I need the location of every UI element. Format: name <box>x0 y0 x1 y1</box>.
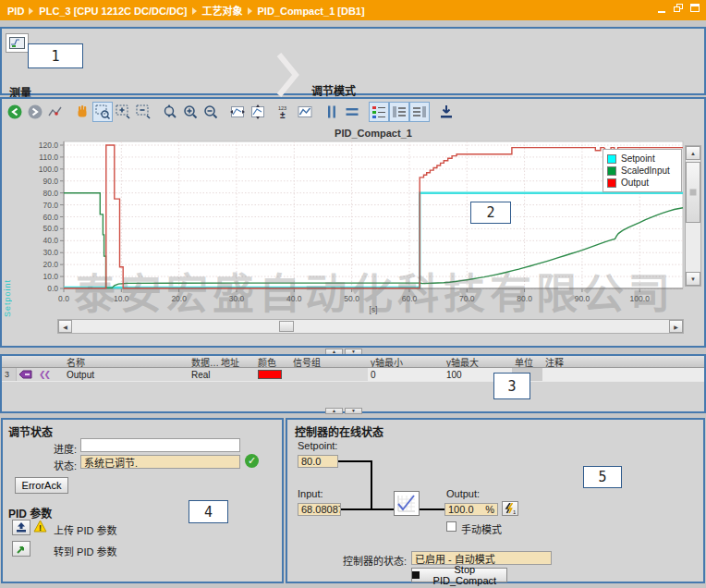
svg-text:120.0: 120.0 <box>39 141 59 150</box>
svg-text:10.0: 10.0 <box>114 294 129 303</box>
setpoint-label: Setpoint: <box>298 440 337 451</box>
svg-text:70.0: 70.0 <box>43 201 58 210</box>
setpoint-value-field: 80.0 <box>298 455 338 468</box>
status-label: 状态: <box>21 458 77 472</box>
legend-right-icon[interactable] <box>409 102 430 122</box>
signal-table-section: 名称数据…地址颜色信号组y轴最小y轴最大单位注释 1❮❮SetpointReal… <box>0 354 706 413</box>
minimize-icon[interactable] <box>657 4 667 14</box>
trace-panel-button[interactable] <box>6 33 29 53</box>
fit-width-icon[interactable] <box>227 102 248 122</box>
column-header-1[interactable]: 数据… <box>189 356 218 367</box>
title-bar: PIDPLC_3 [CPU 1212C DC/DC/DC]工艺对象PID_Com… <box>0 0 706 20</box>
tuning-status-panel: 调节状态 进度: 状态: 系统已调节. ✓ ErrorAck PID 参数 ! … <box>1 418 284 583</box>
table-header: 名称数据…地址颜色信号组y轴最小y轴最大单位注释 <box>2 356 704 368</box>
column-header-3[interactable]: 颜色 <box>255 356 290 367</box>
manual-mode-label: 手动模式 <box>461 521 502 536</box>
legend-icon[interactable] <box>369 102 389 122</box>
horizontal-scroll-thumb[interactable] <box>279 321 294 332</box>
measure-cursor-icon[interactable] <box>45 102 66 122</box>
chevron-separator-icon <box>274 53 301 97</box>
progress-label: 进度: <box>21 441 77 456</box>
splitter2-collapse-up-button[interactable]: ▲ <box>325 408 343 414</box>
signal-group-cell[interactable] <box>290 368 368 381</box>
oscilloscope-icon <box>9 37 25 49</box>
move-view-icon[interactable] <box>160 102 180 122</box>
column-header-8[interactable]: 注释 <box>542 356 704 367</box>
column-header-4[interactable]: 信号组 <box>290 356 368 367</box>
manual-value-icon: 1 <box>505 503 516 514</box>
breadcrumb[interactable]: PIDPLC_3 [CPU 1212C DC/DC/DC]工艺对象PID_Com… <box>7 3 365 18</box>
redo-icon[interactable] <box>25 102 45 122</box>
error-ack-button[interactable]: ErrorAck <box>15 477 68 494</box>
zoom-out-area-icon[interactable] <box>133 102 153 122</box>
stop-pid-compact-button[interactable]: Stop PID_Compact <box>411 568 507 582</box>
svg-text:40.0: 40.0 <box>43 236 58 245</box>
svg-text:110.0: 110.0 <box>39 153 58 162</box>
undo-icon[interactable] <box>5 102 25 122</box>
breadcrumb-item-3[interactable]: PID_Compact_1 [DB1] <box>258 6 365 17</box>
output-value-field: 100.0 % <box>444 503 498 516</box>
trend-plot[interactable]: 0.010.020.030.040.050.060.070.080.090.01… <box>2 125 704 314</box>
svg-text:50.0: 50.0 <box>344 294 359 303</box>
setpoint-wire <box>338 460 371 462</box>
svg-text:100.0: 100.0 <box>630 294 651 303</box>
zoom-out-icon[interactable] <box>201 102 221 122</box>
signal-color-cell[interactable] <box>255 368 290 381</box>
column-header-2[interactable]: 地址 <box>218 356 255 367</box>
controller-state-field: 已启用 - 自动模式 <box>411 551 552 565</box>
upload-pid-params-button[interactable] <box>12 520 30 535</box>
callout-5: 5 <box>583 466 622 488</box>
input-label: Input: <box>298 488 323 499</box>
goto-pid-params-label[interactable]: 转到 PID 参数 <box>54 544 116 558</box>
zoom-area-icon[interactable] <box>92 102 113 122</box>
svg-text:70.0: 70.0 <box>459 294 475 303</box>
column-header-0[interactable]: 名称 <box>54 356 189 367</box>
controller-status-title: 控制器的在线状态 <box>295 423 383 439</box>
fit-height-icon[interactable] <box>248 102 268 122</box>
svg-text:[s]: [s] <box>370 305 378 314</box>
float-window-icon[interactable] <box>674 4 684 14</box>
column-header-5[interactable]: y轴最小 <box>368 356 444 367</box>
svg-text:20.0: 20.0 <box>43 260 58 269</box>
samples-icon[interactable] <box>295 102 315 122</box>
chart-horizontal-scrollbar[interactable]: ◀ ▶ <box>57 319 684 334</box>
trace-signal-icon <box>19 370 32 379</box>
zoom-in-icon[interactable] <box>180 102 201 122</box>
auto-scale-icon[interactable]: 123± <box>274 102 295 122</box>
progress-field[interactable] <box>80 438 240 452</box>
signal-comment[interactable] <box>542 368 704 381</box>
column-header-7[interactable]: 单位 <box>512 356 542 367</box>
scroll-right-icon[interactable]: ▶ <box>669 320 683 333</box>
callout-3: 3 <box>493 373 530 399</box>
svg-text:100.0: 100.0 <box>39 165 59 174</box>
legend-left-icon[interactable] <box>389 102 409 122</box>
upload-pid-params-label[interactable]: 上传 PID 参数 <box>54 522 116 537</box>
status-field: 系统已调节. <box>80 455 240 469</box>
pan-icon[interactable] <box>72 102 92 122</box>
column-header-6[interactable]: y轴最大 <box>444 356 512 367</box>
upload-icon <box>16 522 27 533</box>
chart-legend: SetpointScaledInputOutput <box>603 149 682 192</box>
svg-text:90.0: 90.0 <box>575 294 590 303</box>
svg-text:1: 1 <box>513 509 516 515</box>
manual-mode-checkbox[interactable] <box>446 521 456 532</box>
breadcrumb-item-1[interactable]: PLC_3 [CPU 1212C DC/DC/DC] <box>39 6 187 17</box>
scroll-left-icon[interactable]: ◀ <box>58 320 72 333</box>
svg-text:50.0: 50.0 <box>43 224 58 233</box>
breadcrumb-item-2[interactable]: 工艺对象 <box>202 6 243 17</box>
vertical-rulers-icon[interactable] <box>322 102 342 122</box>
signal-row-output[interactable]: 3❮❮OutputReal0100 <box>2 368 704 382</box>
breadcrumb-item-0[interactable]: PID <box>7 6 24 17</box>
tuning-mode-title: 调节模式 <box>311 82 356 98</box>
manual-value-button[interactable]: 1 <box>502 501 518 516</box>
y-axis-min[interactable]: 0 <box>368 368 444 381</box>
splitter2-collapse-down-button[interactable]: ▼ <box>345 408 362 414</box>
goto-pid-params-button[interactable] <box>12 541 30 557</box>
dock-window-icon[interactable] <box>690 4 700 14</box>
legend-item-output: Output <box>607 177 677 189</box>
zoom-in-area-icon[interactable] <box>113 102 133 122</box>
output-unit: % <box>485 504 494 515</box>
signal-datatype: Real <box>189 368 218 381</box>
export-icon[interactable] <box>436 102 456 122</box>
horizontal-rulers-icon[interactable] <box>342 102 362 122</box>
